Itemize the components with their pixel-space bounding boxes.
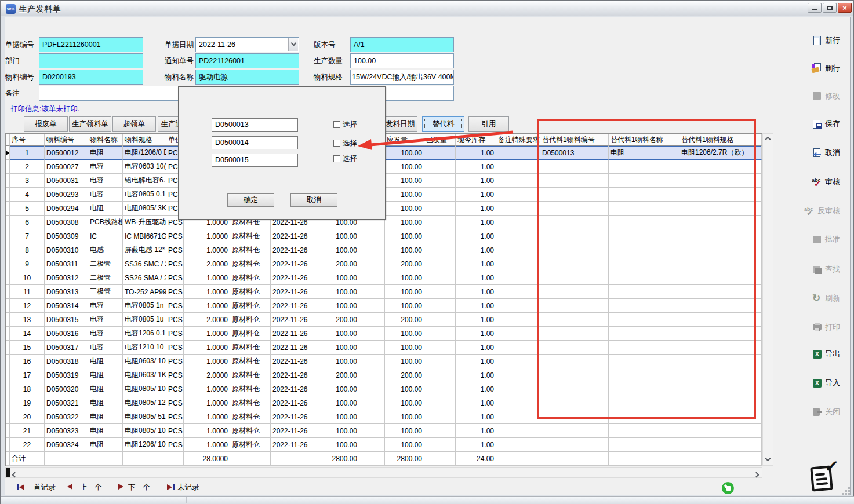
sidebar-button-label: 刷新: [825, 293, 840, 304]
toolbar-button-right-2[interactable]: 引用: [468, 116, 509, 132]
nav-last-label[interactable]: 末记录: [177, 483, 199, 492]
item-no-field[interactable]: D0200193: [39, 70, 143, 85]
cancel-icon: [812, 148, 823, 159]
dialog-checkbox-2[interactable]: [333, 155, 340, 162]
nav-last-icon[interactable]: [167, 484, 175, 490]
notice-no-label: 通知单号: [165, 55, 194, 67]
sidebar-button-import[interactable]: X导入: [784, 375, 840, 390]
toolbar-button-0[interactable]: 报废单: [24, 116, 68, 132]
item-spec-field[interactable]: 15W/24VDC输入/输出36V 400M: [350, 70, 454, 85]
app-icon: WB: [6, 4, 16, 14]
col-header-11[interactable]: 应发量: [385, 134, 424, 146]
toolbar-button-right-1[interactable]: 替代料: [422, 116, 464, 132]
nav-next-label[interactable]: 下一个: [128, 483, 150, 492]
taskbar-tick: [685, 497, 685, 503]
maximize-button[interactable]: [823, 3, 837, 13]
approve-icon: [812, 234, 823, 245]
close-button[interactable]: ×: [838, 3, 852, 13]
prod-qty-label: 生产数量: [314, 55, 343, 67]
dialog-checkbox-1[interactable]: [333, 140, 340, 147]
sidebar-button-refresh[interactable]: ↻刷新: [784, 291, 840, 306]
sidebar-button-approve[interactable]: 批准: [784, 232, 840, 247]
minimize-button[interactable]: [808, 3, 822, 13]
sidebar-button-new-row[interactable]: 新行: [784, 33, 840, 48]
dialog-input-0[interactable]: D0500013: [212, 118, 298, 132]
scroll-down-icon[interactable]: [765, 456, 771, 462]
sidebar-button-label: 反审核: [817, 206, 840, 216]
prod-qty-field[interactable]: 100.00: [350, 53, 454, 68]
dialog-input-2[interactable]: D0500015: [212, 154, 298, 167]
col-header-3[interactable]: 物料名称: [88, 134, 123, 146]
col-header-14[interactable]: 备注特殊要求: [496, 134, 540, 146]
sidebar-button-cancel[interactable]: 取消: [784, 145, 840, 160]
close-form-icon: [812, 407, 823, 418]
sidebar-button-label: 保存: [825, 119, 840, 129]
col-header-2[interactable]: 物料编号: [45, 134, 88, 146]
dialog-checkbox-label-1: 选择: [343, 139, 357, 147]
item-spec-label: 物料规格: [314, 71, 343, 83]
version-label: 版本号: [314, 39, 336, 50]
toolbar-button-1[interactable]: 生产领料单: [69, 116, 111, 132]
table-row[interactable]: 21D0500323电阻电阻0805/ 10PCS1.0000原材料仓2022-…: [6, 424, 762, 438]
nav-first-label[interactable]: 首记录: [34, 483, 56, 492]
cancel-button[interactable]: 取消: [290, 193, 337, 207]
window-title: 生产发料单: [19, 4, 61, 14]
find-icon: [812, 264, 823, 275]
table-row[interactable]: 22D0500324电阻电阻1206/ 10PCS1.0000原材料仓2022-…: [6, 438, 762, 452]
chevron-down-icon: [290, 41, 296, 46]
vertical-scrollbar[interactable]: [762, 133, 773, 466]
dept-field[interactable]: [39, 53, 143, 68]
nav-next-icon[interactable]: [118, 484, 123, 490]
taskbar-tick: [186, 497, 187, 503]
col-header-4[interactable]: 物料规格: [123, 134, 166, 146]
delete-row-icon: [812, 63, 823, 74]
sidebar-button-print[interactable]: 打印: [784, 320, 840, 335]
sidebar-button-find[interactable]: 查找: [784, 262, 840, 277]
col-header-13[interactable]: 现今库存: [456, 134, 496, 146]
scroll-up-icon[interactable]: [765, 137, 771, 143]
resize-grip[interactable]: [842, 487, 852, 496]
sidebar-button-edit[interactable]: 修改: [784, 89, 840, 104]
export-icon: X: [812, 349, 823, 360]
dialog-checkbox-label-0: 选择: [343, 120, 357, 129]
toolbar-button-2[interactable]: 超领单: [112, 116, 156, 132]
doc-date-dropdown-button[interactable]: [288, 38, 298, 51]
minimize-icon: [812, 9, 817, 10]
main-window: WB 生产发料单 × 单据编号 PDFL2211260001 部门 物料编号 D…: [0, 0, 854, 504]
sidebar-button-save[interactable]: 保存: [784, 116, 840, 132]
dialog-checkbox-0[interactable]: [333, 121, 340, 128]
sidebar-button-label: 批准: [825, 234, 840, 244]
sidebar-button-label: 新行: [825, 35, 840, 46]
ok-button[interactable]: 确定: [227, 193, 274, 207]
doc-date-field[interactable]: 2022-11-26: [195, 37, 299, 52]
scroll-left-icon[interactable]: [12, 472, 18, 478]
horizontal-scrollbar[interactable]: [5, 467, 762, 478]
col-header-0[interactable]: [6, 134, 10, 146]
sidebar-button-label: 导出: [825, 349, 840, 359]
sidebar-button-export[interactable]: X导出: [784, 346, 840, 361]
notice-no-field[interactable]: PD221126001: [195, 53, 299, 68]
doc-no-field[interactable]: PDFL2211260001: [39, 37, 143, 52]
sidebar-button-label: 修改: [825, 91, 840, 101]
save-icon: [812, 119, 823, 130]
version-field[interactable]: A/1: [350, 37, 454, 52]
item-name-field[interactable]: 驱动电源: [195, 70, 299, 85]
scroll-right-icon[interactable]: [754, 472, 759, 478]
dialog-input-1[interactable]: D0500014: [212, 136, 298, 149]
refresh-icon: ↻: [812, 293, 823, 304]
sidebar-button-audit[interactable]: abc✓审核: [784, 174, 840, 189]
audit-icon: abc✓: [812, 177, 823, 188]
sidebar-button-delete-row[interactable]: 删行: [784, 61, 840, 76]
new-row-icon: [812, 35, 823, 46]
item-name-label: 物料名称: [165, 71, 194, 83]
col-header-1[interactable]: 序号: [10, 134, 45, 146]
import-icon: X: [812, 378, 823, 389]
nav-prev-icon[interactable]: [67, 484, 72, 490]
sidebar-button-close-form[interactable]: 关闭: [784, 404, 840, 419]
nav-first-icon[interactable]: [17, 484, 24, 490]
print-info-text: 打印信息:该单未打印.: [10, 104, 79, 114]
col-header-12[interactable]: 已发量: [424, 134, 456, 146]
splitter-handle[interactable]: [6, 468, 10, 477]
sidebar-button-unaudit[interactable]: abc✓反审核: [784, 203, 840, 218]
nav-prev-label[interactable]: 上一个: [80, 483, 102, 492]
